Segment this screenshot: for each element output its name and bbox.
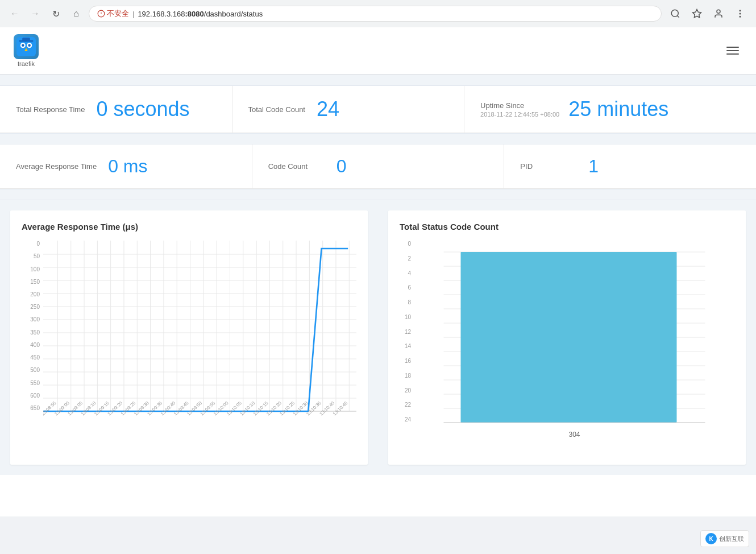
svg-point-3 [671,10,678,16]
app-header: traefik [0,27,756,75]
line-chart-panel: Average Response Time (μs) 650 600 550 5… [10,210,368,465]
hamburger-line-3 [726,53,739,55]
section-band-3 [0,189,756,200]
uptime-cell: Uptime Since 2018-11-22 12:44:55 +08:00 … [464,86,756,133]
code-count-value: 0 [337,156,347,177]
line-chart-title: Average Response Time (μs) [22,222,356,231]
y-label-10: 150 [22,279,40,285]
y-label-3: 500 [22,367,40,373]
y-label-8: 250 [22,304,40,310]
y-label-12: 50 [22,253,40,259]
pid-label: PID [520,162,577,171]
account-button[interactable] [709,5,728,23]
bar-chart-wrapper: 24 22 20 18 16 14 12 10 8 6 4 2 0 [400,241,734,453]
svg-line-4 [677,15,679,17]
svg-point-7 [740,10,741,11]
forward-button[interactable]: → [27,6,43,22]
bar-chart-svg: 304 [414,241,734,451]
back-button[interactable]: ← [7,6,23,22]
bookmark-button[interactable] [688,5,706,23]
avg-response-time-value: 0 ms [108,156,147,177]
y-label-6: 350 [22,329,40,336]
logo-area: traefik [14,34,39,67]
bar-y-0: 0 [400,241,411,247]
line-chart-body: 13:08:55 13:09:00 13:09:05 13:09:10 13:0… [43,241,356,442]
total-response-time-label: Total Response Time [16,105,85,114]
hamburger-line-2 [726,50,739,51]
browser-chrome: ← → ↻ ⌂ 不安全 | 192.168.3.168:8080/dashboa… [0,0,756,27]
total-code-count-cell: Total Code Count 24 [232,86,465,133]
bar-y-18: 18 [400,373,411,379]
security-indicator: 不安全 [97,9,129,19]
y-label-11: 100 [22,266,40,272]
bar-y-22: 22 [400,402,411,408]
y-label-0: 650 [22,405,40,411]
svg-point-14 [28,44,31,47]
uptime-label-group: Uptime Since 2018-11-22 12:44:55 +08:00 [480,101,559,118]
avg-response-time-label: Average Response Time [16,162,97,171]
logo-icon [14,34,39,59]
y-label-4: 450 [22,354,40,361]
bar-y-4: 4 [400,270,411,276]
bar-y-14: 14 [400,343,411,349]
stats-row-2: Average Response Time 0 ms Code Count 0 … [0,144,756,189]
hamburger-button[interactable] [723,43,742,58]
svg-rect-91 [461,252,677,423]
search-button[interactable] [666,5,684,23]
svg-point-8 [740,13,741,14]
address-bar[interactable]: 不安全 | 192.168.3.168:8080/dashboard/statu… [89,6,662,22]
reload-button[interactable]: ↻ [48,6,64,22]
line-chart-wrapper: 650 600 550 500 450 400 350 300 250 200 … [22,241,356,442]
uptime-label: Uptime Since [480,101,559,110]
bar-y-6: 6 [400,284,411,291]
y-label-2: 550 [22,380,40,386]
uptime-value: 25 minutes [568,97,668,121]
y-label-7: 300 [22,316,40,323]
bar-chart-body: 304 [414,241,734,453]
code-count-label: Code Count [268,162,325,171]
total-code-count-value: 24 [317,97,339,121]
bar-chart-title: Total Status Code Count [400,222,734,231]
bar-y-axis: 24 22 20 18 16 14 12 10 8 6 4 2 0 [400,241,411,423]
total-code-count-label: Total Code Count [248,105,305,114]
avg-response-time-cell: Average Response Time 0 ms [0,144,252,188]
svg-text:304: 304 [568,431,580,439]
bar-chart-panel: Total Status Code Count 24 22 20 18 16 1… [388,210,746,465]
y-label-1: 600 [22,392,40,399]
section-band-1 [0,75,756,86]
uptime-since-date: 2018-11-22 12:44:55 +08:00 [480,111,559,118]
bar-y-12: 12 [400,329,411,335]
svg-point-6 [717,10,720,13]
bar-y-20: 20 [400,387,411,394]
menu-button[interactable] [731,5,749,23]
y-label-5: 400 [22,342,40,348]
y-label-9: 200 [22,291,40,297]
line-chart-svg: 13:08:55 13:09:00 13:09:05 13:09:10 13:0… [43,241,356,440]
bar-y-8: 8 [400,299,411,305]
svg-point-9 [740,16,741,18]
svg-rect-17 [22,38,30,42]
hamburger-line-1 [726,47,739,48]
toolbar-right [666,5,749,23]
stats-row-1: Total Response Time 0 seconds Total Code… [0,86,756,133]
svg-text:13:10:45: 13:10:45 [332,400,349,416]
bar-y-10: 10 [400,314,411,320]
pid-cell: PID 1 [504,144,756,188]
browser-toolbar: ← → ↻ ⌂ 不安全 | 192.168.3.168:8080/dashboa… [0,0,756,27]
pid-value: 1 [588,156,599,177]
y-label-13: 0 [22,241,40,247]
bar-y-24: 24 [400,416,411,423]
bar-y-16: 16 [400,358,411,364]
url-text: 192.168.3.168:8080/dashboard/status [138,10,263,18]
svg-point-13 [22,44,24,47]
y-axis: 650 600 550 500 450 400 350 300 250 200 … [22,241,40,440]
charts-area: Average Response Time (μs) 650 600 550 5… [0,200,756,475]
section-band-2 [0,133,756,144]
bar-y-2: 2 [400,255,411,262]
logo-text: traefik [18,60,35,67]
home-button[interactable]: ⌂ [68,6,84,22]
page-wrapper: traefik Total Response Time 0 seconds To… [0,27,756,516]
total-response-time-value: 0 seconds [96,97,189,121]
svg-marker-5 [693,10,701,18]
total-response-time-cell: Total Response Time 0 seconds [0,86,232,133]
